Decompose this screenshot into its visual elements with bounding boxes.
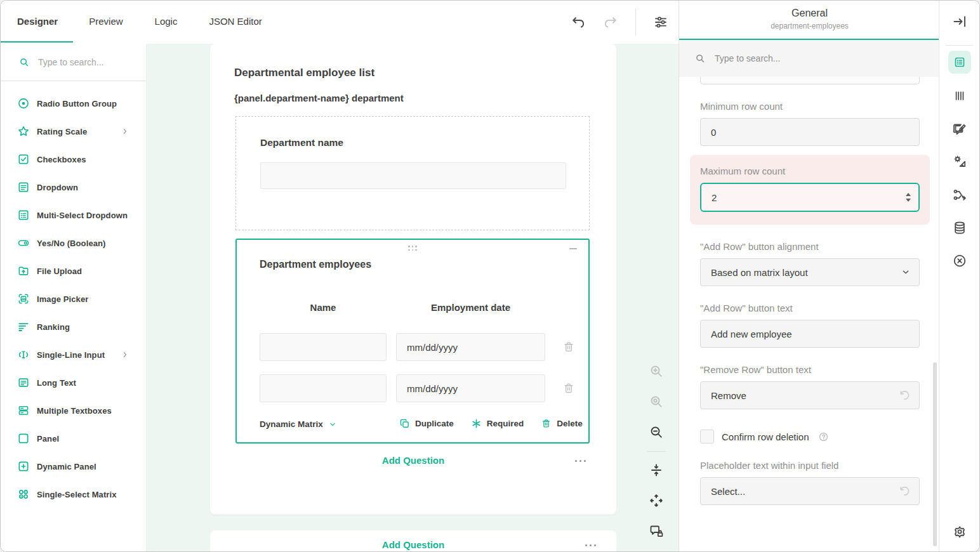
min-row-count-label: Minimum row count	[700, 101, 919, 112]
tab-designer[interactable]: Designer	[1, 1, 73, 43]
remove-row-text-input[interactable]: Remove	[700, 381, 920, 409]
confirm-row-deletion-checkbox[interactable]	[700, 430, 714, 444]
toolbox-item[interactable]: Image Picker	[1, 285, 146, 313]
zoom-out-icon[interactable]	[649, 424, 664, 440]
toolbox-item[interactable]: Dropdown	[1, 173, 146, 201]
more-options-icon[interactable]	[574, 456, 587, 466]
min-row-count-input[interactable]: 0	[700, 118, 920, 146]
toolbox-item[interactable]: Single-Line Input	[1, 341, 146, 369]
toolbox-item-label: Dynamic Panel	[37, 462, 96, 471]
toolbox-item[interactable]: Yes/No (Boolean)	[1, 229, 146, 257]
toolbox-item[interactable]: Panel	[1, 424, 146, 452]
toolbox-item[interactable]: Ranking	[1, 313, 146, 341]
add-row-text-input[interactable]: Add new employee	[700, 320, 920, 348]
right-icon-strip	[939, 1, 979, 552]
columns-bars-icon[interactable]	[952, 88, 967, 103]
date-input[interactable]: mm/dd/yyyy	[396, 333, 545, 361]
reset-value-icon[interactable]	[898, 485, 911, 497]
help-icon[interactable]	[818, 431, 829, 442]
comment-edit-icon[interactable]	[952, 121, 967, 136]
name-input[interactable]	[260, 374, 387, 402]
matrix-question-department-employees[interactable]: Department employees Name Employment dat…	[235, 239, 590, 444]
theme-design-icon[interactable]	[952, 154, 967, 169]
remove-row-icon[interactable]	[562, 341, 575, 353]
toolbox-item[interactable]: Rating Scale	[1, 117, 146, 145]
placeholder-text-input[interactable]: Select...	[700, 477, 920, 505]
page-description[interactable]: {panel.department-name} department	[234, 93, 404, 103]
delete-button[interactable]: Delete	[541, 418, 583, 429]
date-input[interactable]: mm/dd/yyyy	[396, 374, 545, 402]
zoom-reset-icon[interactable]	[649, 394, 664, 409]
boolean-icon	[17, 237, 30, 249]
property-grid-tab-active[interactable]	[948, 51, 971, 74]
toolbar-actions	[571, 1, 668, 44]
survey-creator-window: Designer Preview Logic JSON Editor Type …	[0, 0, 980, 552]
remove-row-icon[interactable]	[562, 382, 575, 395]
ranking-icon	[17, 320, 30, 333]
zoom-in-icon[interactable]	[649, 364, 664, 379]
single-select-matrix-icon	[17, 488, 30, 501]
add-question-button[interactable]: Add Question	[210, 539, 616, 550]
clipped-field[interactable]	[700, 77, 920, 84]
add-row-alignment-label: "Add Row" button alignment	[700, 241, 919, 252]
reset-value-icon[interactable]	[898, 389, 911, 402]
question-type-selector[interactable]: Dynamic Matrix	[260, 419, 336, 429]
add-row-text-label: "Add Row" button text	[700, 303, 919, 313]
toolbox-item[interactable]: Dynamic Panel	[1, 452, 146, 480]
tab-logic[interactable]: Logic	[139, 1, 194, 43]
page-card: Departmental employee list {panel.depart…	[210, 44, 616, 515]
tab-preview[interactable]: Preview	[73, 1, 138, 43]
required-button[interactable]: Required	[471, 418, 524, 429]
logic-flow-icon[interactable]	[952, 187, 967, 202]
rating-scale-icon	[17, 125, 30, 138]
chevron-right-icon	[121, 351, 129, 358]
redo-icon[interactable]	[603, 15, 618, 30]
add-question-button[interactable]: Add Question	[210, 455, 616, 466]
toolbox-item[interactable]: Single-Select Matrix	[1, 480, 146, 508]
toolbox-item[interactable]: Multiple Textboxes	[1, 397, 146, 424]
chevron-down-icon	[329, 421, 336, 428]
question-title: Department name	[260, 137, 343, 148]
toolbox-item[interactable]: Long Text	[1, 369, 146, 397]
delete-trash-icon	[541, 418, 552, 429]
gear-icon[interactable]	[952, 524, 967, 539]
more-options-icon[interactable]	[584, 541, 597, 550]
collapse-all-icon[interactable]	[649, 463, 664, 478]
toolbox-item-list: Radio Button Group Rating Scale Checkbox…	[1, 81, 146, 508]
strip-divider	[946, 45, 973, 46]
number-spinner[interactable]	[906, 184, 911, 211]
toolbox-search-input[interactable]: Type to search...	[1, 44, 146, 81]
max-row-count-input[interactable]: 2	[700, 183, 920, 212]
toolbox-item[interactable]: Checkboxes	[1, 145, 146, 173]
duplicate-icon	[399, 418, 410, 429]
single-line-input-icon	[17, 348, 30, 361]
toolbox-item[interactable]: Radio Button Group	[1, 89, 146, 117]
settings-sliders-icon[interactable]	[653, 15, 668, 30]
property-panel-scrollbar[interactable]	[933, 362, 937, 546]
toolbox-item-label: File Upload	[37, 266, 82, 276]
matrix-column-header-name: Name	[260, 302, 387, 313]
name-input[interactable]	[260, 333, 387, 361]
question-actions: Duplicate Required Delete	[399, 418, 583, 429]
radio-button-group-icon	[17, 97, 30, 110]
lock-questions-icon[interactable]	[649, 523, 664, 539]
panel-question-department-name[interactable]: Department name	[235, 116, 590, 230]
toolbox-item[interactable]: Multi-Select Dropdown	[1, 201, 146, 229]
drag-handle[interactable]	[408, 246, 417, 251]
chevron-right-icon	[121, 128, 129, 135]
text-input[interactable]	[260, 162, 566, 189]
page-title[interactable]: Departmental employee list	[234, 67, 374, 79]
tab-json-editor[interactable]: JSON Editor	[193, 1, 277, 43]
toolbox-item[interactable]: File Upload	[1, 257, 146, 285]
collapse-question-icon[interactable]	[569, 248, 577, 249]
undo-icon[interactable]	[571, 15, 586, 30]
expand-all-icon[interactable]	[649, 493, 664, 508]
selected-element-name: department-employees	[679, 22, 940, 30]
collapse-panel-icon[interactable]	[952, 14, 967, 29]
property-search-input[interactable]: Type to search...	[679, 40, 940, 77]
database-icon[interactable]	[952, 220, 967, 235]
required-asterisk-icon	[471, 418, 482, 429]
add-row-alignment-select[interactable]: Based on matrix layout	[700, 258, 920, 286]
circle-x-icon[interactable]	[952, 253, 967, 268]
duplicate-button[interactable]: Duplicate	[399, 418, 454, 429]
